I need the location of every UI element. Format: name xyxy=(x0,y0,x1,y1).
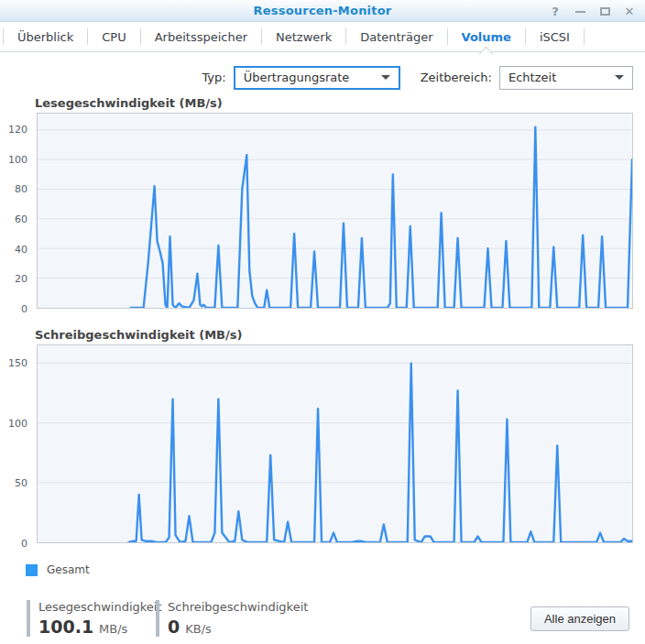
chevron-down-icon xyxy=(381,75,390,80)
y-axis-tick-label: 50 xyxy=(15,478,27,488)
read-chart-title: Lesegeschwindigkeit (MB/s) xyxy=(35,96,645,110)
write-speed-stat-value: 0 xyxy=(168,617,180,637)
active-tab-caret xyxy=(478,46,493,60)
y-axis-tick-label: 100 xyxy=(8,154,27,164)
write-speed-stat: Schreibgeschwindigkeit 0 KB/s xyxy=(156,600,308,637)
tab-iscsi[interactable]: iSCSI xyxy=(526,22,584,52)
window-title: Ressourcen-Monitor xyxy=(254,4,392,17)
tab-volume-label: Volume xyxy=(462,30,511,44)
y-axis-tick-label: 100 xyxy=(8,418,27,428)
resource-monitor-window: Ressourcen-Monitor ? ✕ Überblick CPU Arb… xyxy=(0,0,645,644)
write-chart: 050100150 xyxy=(37,344,633,543)
type-dropdown[interactable]: Übertragungsrate xyxy=(234,66,400,90)
tab-divider xyxy=(584,28,585,45)
y-axis-tick-label: 20 xyxy=(15,274,27,284)
filter-controls: Typ: Übertragungsrate Zeitbereich: Echtz… xyxy=(0,65,645,90)
y-axis-tick-label: 40 xyxy=(15,244,27,254)
help-icon[interactable]: ? xyxy=(547,3,563,19)
type-dropdown-value: Übertragungsrate xyxy=(244,71,350,84)
y-axis-tick-label: 120 xyxy=(8,124,27,134)
y-axis-tick-label: 0 xyxy=(21,304,27,314)
y-axis-tick-label: 60 xyxy=(15,214,27,224)
time-range-dropdown-value: Echtzeit xyxy=(508,71,556,84)
time-range-dropdown[interactable]: Echtzeit xyxy=(499,66,633,90)
read-speed-stat: Lesegeschwindigkeit 100.1 MB/s xyxy=(27,600,156,637)
tab-netzwerk[interactable]: Netzwerk xyxy=(262,22,345,52)
read-speed-stat-label: Lesegeschwindigkeit xyxy=(38,600,156,614)
read-chart-plot xyxy=(37,113,633,309)
write-speed-stat-label: Schreibgeschwindigkeit xyxy=(168,600,308,614)
read-speed-stat-value: 100.1 xyxy=(38,617,93,637)
close-icon[interactable]: ✕ xyxy=(621,3,638,19)
title-bar[interactable]: Ressourcen-Monitor ? ✕ xyxy=(0,0,645,22)
write-speed-stat-unit: KB/s xyxy=(185,622,212,636)
tab-cpu[interactable]: CPU xyxy=(88,22,139,52)
read-chart-y-axis: 020406080100120 xyxy=(0,113,33,309)
write-chart-plot xyxy=(37,344,633,543)
show-all-button[interactable]: Alle anzeigen xyxy=(530,606,629,631)
minimize-icon[interactable] xyxy=(572,3,588,19)
y-axis-tick-label: 0 xyxy=(21,539,27,549)
tab-arbeitsspeicher[interactable]: Arbeitsspeicher xyxy=(141,22,261,52)
chevron-down-icon xyxy=(615,75,624,80)
type-label: Typ: xyxy=(202,71,225,84)
y-axis-tick-label: 150 xyxy=(8,357,27,367)
tab-ueberblick[interactable]: Überblick xyxy=(4,22,87,52)
tab-bar: Überblick CPU Arbeitsspeicher Netzwerk D… xyxy=(0,22,645,52)
tab-datentraeger[interactable]: Datenträger xyxy=(346,22,446,52)
write-chart-y-axis: 050100150 xyxy=(0,344,33,543)
read-chart: 020406080100120 xyxy=(37,113,633,309)
footer-stats: Lesegeschwindigkeit 100.1 MB/s Schreibge… xyxy=(0,600,645,637)
chart-legend: Gesamt xyxy=(26,563,645,576)
range-label: Zeitbereich: xyxy=(421,71,492,84)
legend-label: Gesamt xyxy=(47,563,90,576)
legend-swatch-icon xyxy=(26,564,38,576)
write-chart-title: Schreibgeschwindigkeit (MB/s) xyxy=(35,328,645,342)
window-controls: ? ✕ xyxy=(547,0,638,22)
maximize-icon[interactable] xyxy=(596,3,613,19)
tab-volume[interactable]: Volume xyxy=(448,22,525,52)
y-axis-tick-label: 80 xyxy=(15,184,27,194)
read-speed-stat-unit: MB/s xyxy=(99,622,127,636)
